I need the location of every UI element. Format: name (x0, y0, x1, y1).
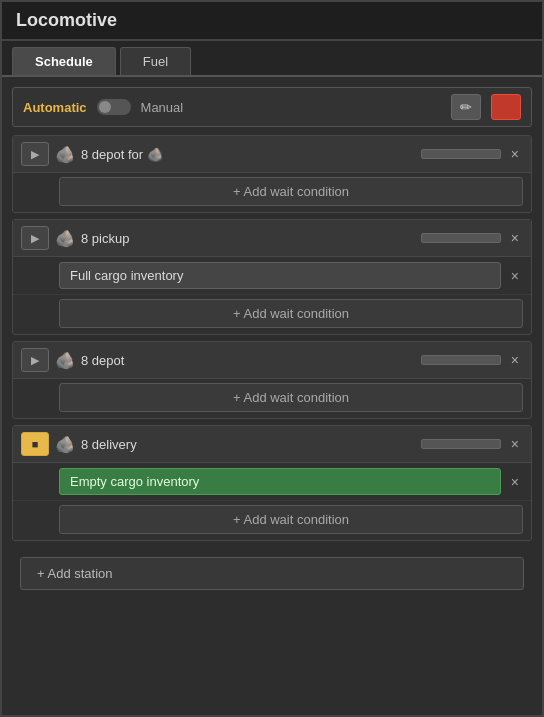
station-icon: 🪨 (55, 435, 75, 454)
stop-button[interactable]: ■ (21, 432, 49, 456)
remove-station-button[interactable]: × (507, 436, 523, 452)
manual-label: Manual (141, 100, 184, 115)
add-wait-condition-button[interactable]: + Add wait condition (59, 299, 523, 328)
station-progress (421, 439, 501, 449)
add-wait-row: + Add wait condition (13, 295, 531, 334)
add-wait-condition-button[interactable]: + Add wait condition (59, 177, 523, 206)
delete-button[interactable] (491, 94, 521, 120)
remove-station-button[interactable]: × (507, 230, 523, 246)
station-block: ▶ 🪨 8 pickup × Full cargo inventory × + … (12, 219, 532, 335)
station-icon: 🪨 (55, 229, 75, 248)
play-button[interactable]: ▶ (21, 348, 49, 372)
station-progress (421, 355, 501, 365)
auto-label: Automatic (23, 100, 87, 115)
station-progress (421, 233, 501, 243)
play-button[interactable]: ▶ (21, 142, 49, 166)
window-title: Locomotive (16, 10, 117, 30)
add-station-button[interactable]: + Add station (20, 557, 524, 590)
station-block: ■ 🪨 8 delivery × Empty cargo inventory ×… (12, 425, 532, 541)
station-row: ▶ 🪨 8 pickup × (13, 220, 531, 257)
remove-station-button[interactable]: × (507, 352, 523, 368)
station-name: 8 delivery (81, 437, 415, 452)
station-row: ■ 🪨 8 delivery × (13, 426, 531, 463)
condition-box[interactable]: Full cargo inventory (59, 262, 501, 289)
station-name: 8 depot (81, 353, 415, 368)
title-bar: Locomotive (2, 2, 542, 41)
remove-condition-button[interactable]: × (507, 268, 523, 284)
station-name: 8 depot for 🪨 (81, 147, 415, 162)
schedule-content: Automatic Manual ✏ ▶ 🪨 8 depot for 🪨 × +… (2, 77, 542, 715)
edit-button[interactable]: ✏ (451, 94, 481, 120)
add-station-bar: + Add station (12, 549, 532, 598)
play-button[interactable]: ▶ (21, 226, 49, 250)
tab-schedule[interactable]: Schedule (12, 47, 116, 75)
station-icon: 🪨 (55, 351, 75, 370)
add-wait-row: + Add wait condition (13, 379, 531, 418)
station-row: ▶ 🪨 8 depot for 🪨 × (13, 136, 531, 173)
station-block: ▶ 🪨 8 depot × + Add wait condition (12, 341, 532, 419)
remove-station-button[interactable]: × (507, 146, 523, 162)
add-wait-row: + Add wait condition (13, 173, 531, 212)
station-block: ▶ 🪨 8 depot for 🪨 × + Add wait condition (12, 135, 532, 213)
condition-row: Empty cargo inventory × (13, 463, 531, 501)
station-name: 8 pickup (81, 231, 415, 246)
station-progress (421, 149, 501, 159)
mode-row: Automatic Manual ✏ (12, 87, 532, 127)
pencil-icon: ✏ (460, 99, 472, 115)
locomotive-window: Locomotive Schedule Fuel Automatic Manua… (0, 0, 544, 717)
add-wait-condition-button[interactable]: + Add wait condition (59, 505, 523, 534)
condition-row: Full cargo inventory × (13, 257, 531, 295)
remove-condition-button[interactable]: × (507, 474, 523, 490)
tab-fuel[interactable]: Fuel (120, 47, 191, 75)
add-wait-row: + Add wait condition (13, 501, 531, 540)
station-icon: 🪨 (55, 145, 75, 164)
station-row: ▶ 🪨 8 depot × (13, 342, 531, 379)
condition-box-green[interactable]: Empty cargo inventory (59, 468, 501, 495)
tab-bar: Schedule Fuel (2, 41, 542, 77)
add-wait-condition-button[interactable]: + Add wait condition (59, 383, 523, 412)
mode-toggle[interactable] (97, 99, 131, 115)
